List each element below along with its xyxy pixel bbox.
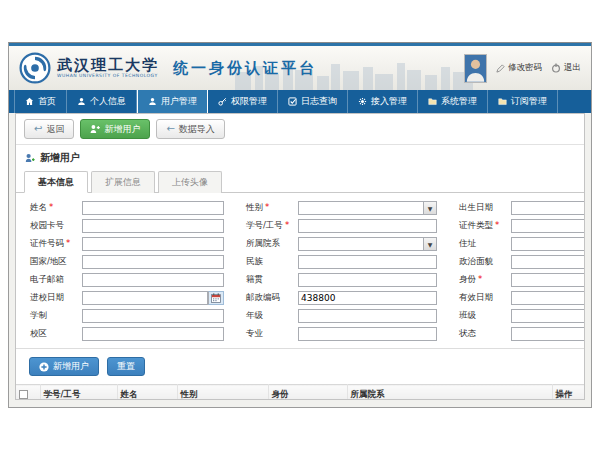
back-button-label: 返回 (46, 123, 64, 136)
study-length-field[interactable] (82, 309, 224, 323)
form-field-major: 专业 (246, 327, 437, 341)
form-column: 性别*▼学号/工号*所属院系▼民族籍贯邮政编码年级专业 (246, 201, 437, 341)
calendar-icon[interactable] (208, 291, 224, 305)
study-length-label: 学制 (30, 310, 82, 322)
email-field[interactable] (82, 273, 224, 287)
required-asterisk: * (66, 238, 70, 248)
change-password-link[interactable]: 修改密码 (496, 62, 542, 74)
nav-item-subscription[interactable]: 订阅管理 (488, 90, 558, 113)
submit-add-user-button[interactable]: 新增用户 (29, 357, 99, 376)
id-type-label: 证件类型* (459, 220, 511, 232)
status-label: 状态 (459, 328, 511, 340)
user-form: 姓名*校园卡号证件号码*国家/地区电子邮箱进校日期学制校区性别*▼学号/工号*所… (16, 193, 584, 349)
form-field-id-number: 证件号码* (30, 237, 224, 251)
ethnicity-label: 民族 (246, 256, 298, 268)
table-header-student-no: 学号/工号 (40, 385, 117, 401)
toolbar: ↩ 返回 新增用户 ← 数据导入 (16, 114, 584, 145)
tab-extended-info[interactable]: 扩展信息 (91, 171, 155, 193)
address-field[interactable] (511, 237, 585, 251)
form-field-birth-date: 出生日期 (459, 201, 585, 215)
nav-item-system-mgmt[interactable]: 系统管理 (418, 90, 488, 113)
nav-item-access-mgmt[interactable]: 接入管理 (348, 90, 418, 113)
user-add-icon (25, 153, 35, 163)
chevron-down-icon[interactable]: ▼ (424, 201, 437, 215)
campus-card-no-field[interactable] (82, 219, 224, 233)
name-field[interactable] (82, 201, 224, 215)
form-column: 出生日期证件类型*住址政治面貌身份*有效日期班级状态 (459, 201, 585, 341)
change-password-label: 修改密码 (508, 62, 542, 74)
gender-label: 性别* (246, 202, 298, 214)
add-user-toolbar-button[interactable]: 新增用户 (80, 119, 150, 139)
required-asterisk: * (285, 220, 289, 230)
tab-bar: 基本信息扩展信息上传头像 (16, 168, 584, 193)
nav-item-log-query[interactable]: 日志查询 (278, 90, 348, 113)
nav-item-label: 订阅管理 (511, 95, 547, 108)
form-field-gender: 性别*▼ (246, 201, 437, 215)
tab-basic-info[interactable]: 基本信息 (24, 171, 88, 193)
nav-item-profile[interactable]: 个人信息 (67, 90, 137, 113)
class-field[interactable] (511, 309, 585, 323)
nav-item-label: 用户管理 (161, 95, 197, 108)
data-import-label: 数据导入 (179, 123, 215, 136)
birth-date-field[interactable] (511, 201, 585, 215)
tab-upload-avatar[interactable]: 上传头像 (158, 171, 222, 193)
major-field[interactable] (298, 327, 437, 341)
table-header-department: 所属院系 (347, 385, 552, 401)
political-status-field[interactable] (511, 255, 585, 269)
nav-item-label: 个人信息 (90, 95, 126, 108)
campus-field[interactable] (82, 327, 224, 341)
status-field[interactable] (511, 327, 585, 341)
department-select[interactable] (298, 237, 424, 251)
user-icon (77, 97, 86, 106)
id-type-field[interactable] (511, 219, 585, 233)
content-panel: ↩ 返回 新增用户 ← 数据导入 新增用户 (15, 113, 585, 400)
id-number-field[interactable] (82, 237, 224, 251)
back-button[interactable]: ↩ 返回 (24, 119, 74, 139)
form-field-email: 电子邮箱 (30, 273, 224, 287)
enroll-date-field[interactable] (82, 291, 208, 305)
nav-item-label: 系统管理 (441, 95, 477, 108)
nav-item-perm-mgmt[interactable]: 权限管理 (208, 90, 278, 113)
form-field-enroll-date: 进校日期 (30, 291, 224, 305)
reset-button[interactable]: 重置 (107, 357, 145, 376)
logout-link[interactable]: 退出 (551, 62, 581, 74)
ethnicity-field[interactable] (298, 255, 437, 269)
select-all-checkbox[interactable] (19, 390, 28, 399)
nav-item-label: 首页 (38, 95, 56, 108)
country-region-field[interactable] (82, 255, 224, 269)
nav-item-home[interactable]: 首页 (14, 90, 67, 113)
app-header: 武汉理工大学 WUHAN UNIVERSITY OF TECHNOLOGY 统一… (9, 46, 591, 90)
data-import-button[interactable]: ← 数据导入 (156, 119, 224, 139)
form-field-address: 住址 (459, 237, 585, 251)
nav-item-user-mgmt[interactable]: 用户管理 (137, 90, 208, 113)
form-field-status: 状态 (459, 327, 585, 341)
gender-select[interactable] (298, 201, 424, 215)
nav-bar: 首页个人信息用户管理权限管理日志查询接入管理系统管理订阅管理 (9, 90, 591, 113)
import-arrow-icon: ← (166, 124, 174, 134)
chevron-down-icon[interactable]: ▼ (424, 237, 437, 251)
student-no-field[interactable] (298, 219, 437, 233)
required-asterisk: * (478, 274, 482, 284)
valid-date-label: 有效日期 (459, 292, 511, 304)
identity-field[interactable] (511, 273, 585, 287)
table-header-operation: 操作 (552, 385, 584, 401)
back-arrow-icon: ↩ (34, 124, 42, 134)
log-icon (288, 97, 297, 106)
native-place-field[interactable] (298, 273, 437, 287)
university-name-en: WUHAN UNIVERSITY OF TECHNOLOGY (57, 74, 159, 79)
table-header-checkbox (16, 385, 40, 401)
form-field-postal-code: 邮政编码 (246, 291, 437, 305)
university-name-block: 武汉理工大学 WUHAN UNIVERSITY OF TECHNOLOGY (57, 57, 159, 78)
required-asterisk: * (265, 202, 269, 212)
key-icon (218, 97, 227, 106)
id-number-label: 证件号码* (30, 238, 82, 250)
student-no-label: 学号/工号* (246, 220, 298, 232)
form-field-class: 班级 (459, 309, 585, 323)
valid-date-field[interactable] (511, 291, 585, 305)
power-icon (551, 63, 561, 73)
postal-code-field[interactable] (298, 291, 437, 305)
grade-field[interactable] (298, 309, 437, 323)
form-field-native-place: 籍贯 (246, 273, 437, 287)
user-avatar (464, 54, 487, 83)
form-field-grade: 年级 (246, 309, 437, 323)
